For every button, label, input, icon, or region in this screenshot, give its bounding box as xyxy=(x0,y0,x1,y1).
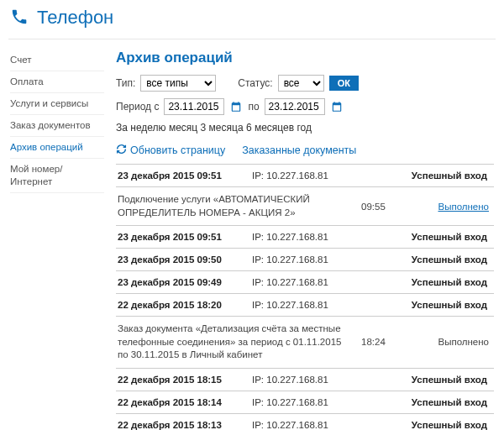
op-ip: IP: 10.227.168.81 xyxy=(252,170,361,181)
ok-button[interactable]: ОК xyxy=(329,76,359,91)
status-select[interactable]: все xyxy=(278,75,324,92)
date-to-input[interactable] xyxy=(265,98,325,115)
refresh-link[interactable]: Обновить страницу xyxy=(116,144,225,157)
range-6months[interactable]: 6 месяцев xyxy=(246,122,294,134)
operation-row: 23 декабря 2015 09:50IP: 10.227.168.81Ус… xyxy=(116,249,494,271)
range-3months[interactable]: 3 месяца xyxy=(201,122,244,134)
op-time: 09:55 xyxy=(361,202,403,212)
op-status: Успешный вход xyxy=(361,300,492,310)
op-result: Выполнено xyxy=(403,337,492,347)
page-header: Телефон xyxy=(0,0,504,39)
divider xyxy=(8,39,496,39)
op-ip: IP: 10.227.168.81 xyxy=(252,397,361,407)
range-year[interactable]: год xyxy=(297,122,312,134)
phone-icon xyxy=(10,8,29,29)
type-label: Тип: xyxy=(116,77,135,89)
action-links: Обновить страницу Заказанные документы xyxy=(116,144,494,157)
operation-detail: Заказ документа «Детализация счёта за ме… xyxy=(116,317,494,369)
period-from-label: Период с xyxy=(116,101,159,113)
op-status: Успешный вход xyxy=(361,170,492,181)
op-date: 22 декабря 2015 18:15 xyxy=(118,375,252,385)
operation-row: 22 декабря 2015 18:20IP: 10.227.168.81Ус… xyxy=(116,294,494,317)
op-ip: IP: 10.227.168.81 xyxy=(252,420,361,430)
sidebar-item-my-number[interactable]: Мой номер/Интернет xyxy=(10,159,104,193)
filter-row-1: Тип: все типы Статус: все ОК xyxy=(116,75,494,92)
op-date: 23 декабря 2015 09:51 xyxy=(118,170,252,181)
op-result[interactable]: Выполнено xyxy=(403,202,492,212)
op-status: Успешный вход xyxy=(361,254,492,265)
sidebar-item-documents[interactable]: Заказ документов xyxy=(10,115,104,137)
op-date: 22 декабря 2015 18:20 xyxy=(118,300,252,310)
op-date: 22 декабря 2015 18:14 xyxy=(118,397,252,407)
operation-row: 23 декабря 2015 09:51IP: 10.227.168.81Ус… xyxy=(116,165,494,187)
range-month[interactable]: месяц xyxy=(169,122,197,134)
op-ip: IP: 10.227.168.81 xyxy=(252,232,361,242)
op-date: 23 декабря 2015 09:51 xyxy=(118,232,252,242)
section-heading: Архив операций xyxy=(116,50,494,66)
op-status: Успешный вход xyxy=(361,232,492,242)
calendar-to-icon[interactable] xyxy=(330,100,344,113)
op-description: Заказ документа «Детализация счёта за ме… xyxy=(118,322,361,362)
op-date: 23 декабря 2015 09:49 xyxy=(118,277,252,287)
operation-row: 23 декабря 2015 09:51IP: 10.227.168.81Ус… xyxy=(116,226,494,249)
refresh-icon xyxy=(116,144,127,157)
quick-range: За неделю месяц 3 месяца 6 месяцев год xyxy=(116,122,494,134)
range-week[interactable]: неделю xyxy=(130,122,165,134)
operation-row: 22 декабря 2015 18:15IP: 10.227.168.81Ус… xyxy=(116,369,494,391)
operation-row: 22 декабря 2015 18:14IP: 10.227.168.81Ус… xyxy=(116,391,494,414)
operation-detail: Подключение услуги «АВТОМАТИЧЕСКИЙ ОПРЕД… xyxy=(116,187,494,226)
type-select[interactable]: все типы xyxy=(140,75,216,92)
op-status: Успешный вход xyxy=(361,277,492,287)
op-ip: IP: 10.227.168.81 xyxy=(252,375,361,385)
status-label: Статус: xyxy=(238,77,272,89)
op-ip: IP: 10.227.168.81 xyxy=(252,254,361,265)
op-status: Успешный вход xyxy=(361,420,492,430)
sidebar-item-archive[interactable]: Архив операций xyxy=(10,137,104,159)
filter-row-2: Период с по xyxy=(116,98,494,115)
op-ip: IP: 10.227.168.81 xyxy=(252,277,361,287)
op-date: 22 декабря 2015 18:13 xyxy=(118,420,252,430)
page-title: Телефон xyxy=(37,7,113,29)
sidebar-item-payment[interactable]: Оплата xyxy=(10,71,104,93)
date-from-input[interactable] xyxy=(164,98,224,115)
op-ip: IP: 10.227.168.81 xyxy=(252,300,361,310)
sidebar: Счет Оплата Услуги и сервисы Заказ докум… xyxy=(10,50,104,430)
op-date: 23 декабря 2015 09:50 xyxy=(118,254,252,265)
op-description: Подключение услуги «АВТОМАТИЧЕСКИЙ ОПРЕД… xyxy=(118,193,361,219)
calendar-from-icon[interactable] xyxy=(229,100,243,113)
period-to-label: по xyxy=(248,101,259,113)
operation-row: 23 декабря 2015 09:49IP: 10.227.168.81Ус… xyxy=(116,271,494,294)
main-content: Архив операций Тип: все типы Статус: все… xyxy=(116,50,494,430)
ordered-docs-link[interactable]: Заказанные документы xyxy=(242,144,356,156)
operation-row: 22 декабря 2015 18:13IP: 10.227.168.81Ус… xyxy=(116,414,494,430)
op-status: Успешный вход xyxy=(361,397,492,407)
sidebar-item-account[interactable]: Счет xyxy=(10,50,104,71)
operations-list: 23 декабря 2015 09:51IP: 10.227.168.81Ус… xyxy=(116,164,494,430)
op-time: 18:24 xyxy=(361,337,403,347)
op-status: Успешный вход xyxy=(361,375,492,385)
sidebar-item-services[interactable]: Услуги и сервисы xyxy=(10,93,104,115)
